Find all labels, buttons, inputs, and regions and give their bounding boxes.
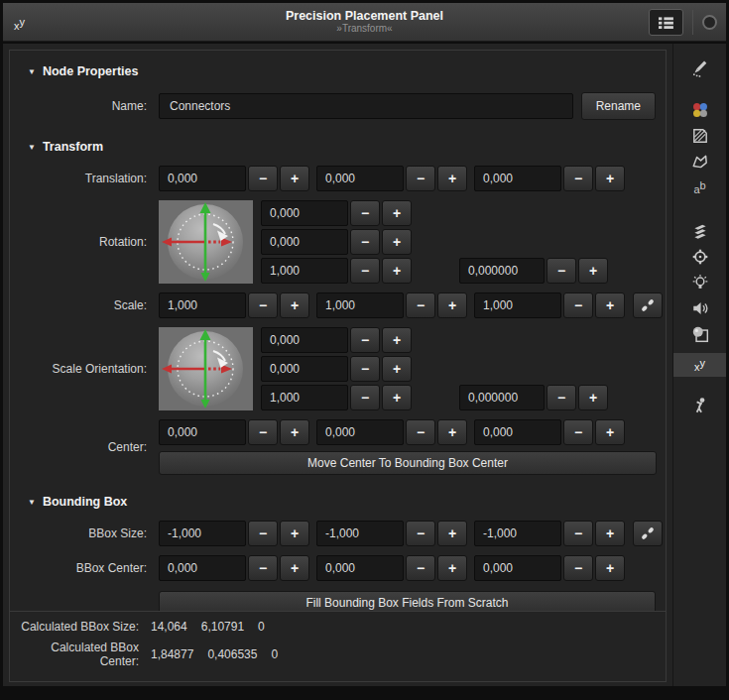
decrement-button[interactable]: −	[563, 555, 593, 581]
spinbox: 0,000 − +	[474, 555, 625, 581]
decrement-button[interactable]: −	[248, 419, 278, 445]
sidebar-item-texture[interactable]	[673, 123, 726, 149]
decrement-button[interactable]: −	[350, 200, 380, 226]
sidebar-item-text[interactable]: ab	[673, 175, 726, 200]
center-row: Center: 0,000 − + 0,000 − + 0,000 − + Mo…	[18, 419, 656, 475]
increment-button[interactable]: +	[437, 419, 467, 445]
scale-orientation-angle-input[interactable]: 0,000000	[459, 385, 545, 410]
translation-z-input[interactable]: 0,000	[474, 166, 561, 191]
scale-x-input[interactable]: 1,000	[159, 292, 246, 318]
decrement-button[interactable]: −	[406, 292, 435, 318]
pin-toggle[interactable]	[702, 15, 717, 30]
sidebar-item-draw[interactable]	[673, 56, 726, 81]
panel-menu-button[interactable]	[649, 9, 683, 36]
increment-button[interactable]: +	[280, 555, 309, 581]
section-header-node-properties[interactable]: ▼ Node Properties	[28, 64, 656, 78]
decrement-button[interactable]: −	[547, 258, 576, 284]
increment-button[interactable]: +	[382, 327, 412, 353]
bbox-center-x-input[interactable]: 0,000	[159, 555, 246, 581]
rename-button[interactable]: Rename	[581, 92, 656, 120]
increment-button[interactable]: +	[382, 229, 412, 255]
scale-orientation-sphere-widget[interactable]	[159, 327, 253, 410]
increment-button[interactable]: +	[280, 521, 309, 546]
increment-button[interactable]: +	[595, 419, 625, 445]
increment-button[interactable]: +	[437, 555, 467, 581]
increment-button[interactable]: +	[437, 166, 467, 191]
increment-button[interactable]: +	[382, 258, 412, 284]
ab-icon: ab	[693, 179, 705, 195]
move-center-button[interactable]: Move Center To Bounding Box Center	[159, 451, 657, 475]
sidebar-item-transform[interactable]: xy	[673, 353, 726, 377]
bbox-center-z-input[interactable]: 0,000	[474, 555, 561, 581]
fill-bbox-button[interactable]: Fill Bounding Box Fields From Scratch	[159, 591, 656, 611]
center-x-input[interactable]: 0,000	[159, 419, 246, 445]
section-header-bounding-box[interactable]: ▼ Bounding Box	[28, 495, 656, 509]
rotation-x-input[interactable]: 0,000	[261, 200, 348, 226]
decrement-button[interactable]: −	[248, 555, 278, 581]
section-title: Node Properties	[43, 64, 139, 78]
bbox-center-y-input[interactable]: 0,000	[316, 555, 404, 581]
increment-button[interactable]: +	[280, 166, 309, 191]
increment-button[interactable]: +	[595, 555, 625, 581]
decrement-button[interactable]: −	[406, 555, 435, 581]
decrement-button[interactable]: −	[563, 166, 593, 191]
increment-button[interactable]: +	[437, 292, 467, 318]
decrement-button[interactable]: −	[406, 166, 435, 191]
sidebar-item-render[interactable]	[673, 321, 726, 347]
decrement-button[interactable]: −	[350, 356, 380, 382]
increment-button[interactable]: +	[578, 385, 608, 410]
scale-orientation-x-input[interactable]: 0,000	[261, 327, 348, 353]
increment-button[interactable]: +	[595, 166, 625, 191]
rotation-z-input[interactable]: 1,000	[261, 258, 348, 284]
section-header-transform[interactable]: ▼ Transform	[28, 140, 656, 154]
sidebar-item-geometry[interactable]	[673, 149, 726, 175]
scale-z-input[interactable]: 1,000	[474, 292, 561, 318]
increment-button[interactable]: +	[382, 356, 412, 382]
translation-y-input[interactable]: 0,000	[316, 166, 404, 191]
bbox-uniform-link-button[interactable]	[633, 521, 663, 546]
sidebar-item-sound[interactable]	[673, 295, 726, 321]
increment-button[interactable]: +	[280, 419, 309, 445]
decrement-button[interactable]: −	[350, 258, 380, 284]
decrement-button[interactable]: −	[406, 521, 435, 546]
decrement-button[interactable]: −	[350, 385, 380, 410]
sidebar-item-viewport[interactable]	[673, 244, 726, 270]
decrement-button[interactable]: −	[350, 327, 380, 353]
main-area: ▼ Node Properties Name: Connectors Renam…	[3, 44, 726, 686]
increment-button[interactable]: +	[382, 200, 412, 226]
translation-x-input[interactable]: 0,000	[159, 166, 246, 191]
center-y-input[interactable]: 0,000	[316, 419, 404, 445]
rotation-y-input[interactable]: 0,000	[261, 229, 348, 255]
decrement-button[interactable]: −	[563, 419, 593, 445]
increment-button[interactable]: +	[280, 292, 309, 318]
bbox-size-z-input[interactable]: -1,000	[474, 521, 561, 546]
decrement-button[interactable]: −	[248, 166, 278, 191]
increment-button[interactable]: +	[595, 292, 625, 318]
scale-orientation-z-input[interactable]: 1,000	[261, 385, 348, 410]
decrement-button[interactable]: −	[248, 521, 278, 546]
bbox-size-x-input[interactable]: -1,000	[159, 521, 246, 546]
section-title: Transform	[43, 140, 103, 154]
decrement-button[interactable]: −	[563, 292, 593, 318]
decrement-button[interactable]: −	[547, 385, 576, 410]
rotation-sphere-widget[interactable]	[159, 200, 253, 284]
name-input[interactable]: Connectors	[159, 93, 573, 119]
uniform-scale-link-button[interactable]	[633, 292, 663, 318]
sidebar-item-character[interactable]	[673, 393, 726, 418]
increment-button[interactable]: +	[595, 521, 625, 546]
decrement-button[interactable]: −	[248, 292, 278, 318]
increment-button[interactable]: +	[382, 385, 412, 410]
scale-y-input[interactable]: 1,000	[316, 292, 404, 318]
decrement-button[interactable]: −	[406, 419, 435, 445]
bbox-size-y-input[interactable]: -1,000	[316, 521, 404, 546]
center-z-input[interactable]: 0,000	[474, 419, 561, 445]
sidebar-item-materials[interactable]	[673, 97, 726, 123]
scale-orientation-y-input[interactable]: 0,000	[261, 356, 348, 382]
decrement-button[interactable]: −	[563, 521, 593, 546]
sidebar-item-light[interactable]	[673, 270, 726, 295]
sidebar-item-layers[interactable]	[673, 218, 726, 244]
increment-button[interactable]: +	[437, 521, 467, 546]
decrement-button[interactable]: −	[350, 229, 380, 255]
increment-button[interactable]: +	[578, 258, 608, 284]
rotation-angle-input[interactable]: 0,000000	[459, 258, 545, 284]
